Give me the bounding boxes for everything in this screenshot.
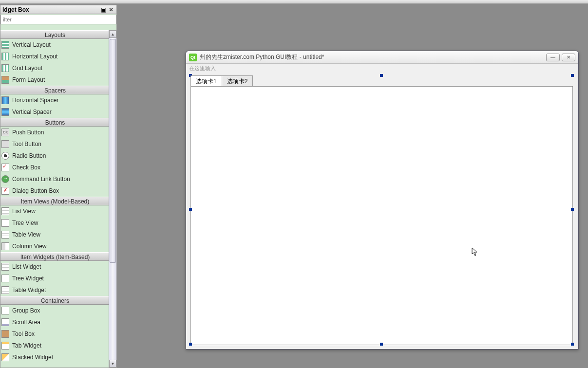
widget-check-box[interactable]: Check Box — [0, 162, 110, 173]
section-layouts[interactable]: Layouts — [0, 30, 110, 39]
tab-widget-icon — [1, 342, 9, 350]
design-canvas[interactable]: Qt 州的先生zmister.com Python GUI教程 - untitl… — [118, 5, 588, 368]
widget-tool-button[interactable]: Tool Button — [0, 138, 110, 150]
list-view-icon — [1, 207, 9, 215]
widget-label: Grid Layout — [12, 65, 42, 72]
widget-label: Push Button — [12, 129, 44, 136]
widget-tab-widget[interactable]: Tab Widget — [0, 340, 110, 351]
selection-handle[interactable] — [571, 208, 574, 211]
widget-horizontal-layout[interactable]: Horizontal Layout — [0, 51, 110, 62]
widget-horizontal-spacer[interactable]: Horizontal Spacer — [0, 94, 110, 106]
tab-content[interactable] — [190, 86, 573, 345]
widget-tree-widget[interactable]: Tree Widget — [0, 273, 110, 284]
widget-label: Horizontal Spacer — [12, 97, 58, 104]
section-spacers[interactable]: Spacers — [0, 86, 110, 94]
widget-dialog-button-box[interactable]: Dialog Button Box — [0, 185, 110, 197]
radio-button-icon — [1, 152, 9, 160]
table-widget-icon — [1, 286, 9, 294]
widget-label: Stacked Widget — [12, 354, 53, 361]
minimize-button[interactable]: — — [546, 54, 560, 61]
check-box-icon — [1, 164, 9, 171]
selection-handle[interactable] — [380, 343, 383, 346]
scroll-thumb[interactable] — [110, 39, 116, 263]
vertical-spacer-icon — [1, 108, 9, 116]
section-item-views[interactable]: Item Views (Model-Based) — [0, 197, 110, 205]
widget-label: Tree View — [12, 220, 38, 226]
top-toolbar — [0, 0, 588, 4]
widget-push-button[interactable]: OKPush Button — [0, 127, 110, 138]
widget-label: Horizontal Layout — [12, 53, 57, 60]
selection-handle[interactable] — [380, 74, 383, 77]
widget-box-panel: idget Box ▣ ✕ Layouts Vertical Layout Ho… — [0, 5, 117, 368]
close-icon[interactable]: ✕ — [108, 6, 114, 13]
widget-group-box[interactable]: Group Box — [0, 305, 110, 316]
widget-grid-layout[interactable]: Grid Layout — [0, 62, 110, 74]
widget-list-widget[interactable]: List Widget — [0, 261, 110, 273]
tool-box-icon — [1, 330, 9, 338]
widget-table-view[interactable]: Table View — [0, 229, 110, 240]
close-button[interactable]: ✕ — [562, 54, 575, 61]
widget-label: Tool Box — [12, 331, 35, 337]
widget-vertical-layout[interactable]: Vertical Layout — [0, 39, 110, 51]
undock-icon[interactable]: ▣ — [100, 6, 107, 13]
form-titlebar: Qt 州的先生zmister.com Python GUI教程 - untitl… — [186, 51, 578, 64]
widget-label: Dialog Button Box — [12, 187, 59, 194]
tab-2[interactable]: 选项卡2 — [222, 75, 253, 86]
form-body[interactable]: 在这里输入 选项卡1 选项卡2 — [186, 64, 578, 349]
list-widget-icon — [1, 263, 9, 271]
section-item-widgets[interactable]: Item Widgets (Item-Based) — [0, 252, 110, 261]
group-box-icon — [1, 307, 9, 314]
scroll-up-button[interactable]: ▲ — [109, 30, 116, 38]
form-layout-icon — [1, 76, 9, 84]
widget-label: Scroll Area — [12, 319, 40, 326]
widget-table-widget[interactable]: Table Widget — [0, 284, 110, 296]
widget-label: Form Layout — [12, 76, 45, 83]
stacked-widget-icon — [1, 353, 9, 361]
widget-label: Vertical Spacer — [12, 109, 52, 115]
widget-label: Command Link Button — [12, 176, 70, 183]
section-buttons[interactable]: Buttons — [0, 118, 110, 127]
widget-label: Check Box — [12, 164, 40, 171]
widget-stacked-widget[interactable]: Stacked Widget — [0, 351, 110, 363]
tab-widget-instance[interactable]: 选项卡1 选项卡2 — [190, 75, 573, 345]
widget-scrollbar[interactable]: ▲ ▼ — [109, 30, 116, 368]
widget-tool-box[interactable]: Tool Box — [0, 328, 110, 340]
widget-label: Vertical Layout — [12, 41, 51, 48]
push-button-icon: OK — [1, 129, 9, 136]
scroll-down-button[interactable]: ▼ — [109, 360, 116, 368]
horizontal-layout-icon — [1, 53, 9, 60]
widget-label: List Widget — [12, 263, 41, 270]
widget-list: Layouts Vertical Layout Horizontal Layou… — [0, 30, 110, 368]
vertical-layout-icon — [1, 41, 9, 49]
selection-handle[interactable] — [189, 208, 192, 211]
widget-radio-button[interactable]: Radio Button — [0, 150, 110, 162]
menu-placeholder[interactable]: 在这里输入 — [189, 65, 216, 72]
widget-form-layout[interactable]: Form Layout — [0, 74, 110, 86]
tab-1[interactable]: 选项卡1 — [190, 75, 222, 86]
widget-scroll-area[interactable]: Scroll Area — [0, 316, 110, 328]
selection-handle[interactable] — [571, 74, 574, 77]
grid-layout-icon — [1, 64, 9, 72]
widget-label: Tool Button — [12, 141, 41, 147]
widget-label: List View — [12, 208, 36, 215]
form-title: 州的先生zmister.com Python GUI教程 - untitled* — [200, 53, 544, 61]
filter-input[interactable] — [0, 15, 116, 24]
widget-column-view[interactable]: Column View — [0, 240, 110, 252]
selection-handle[interactable] — [571, 343, 574, 346]
panel-title: idget Box — [2, 6, 99, 13]
widget-vertical-spacer[interactable]: Vertical Spacer — [0, 106, 110, 118]
form-window[interactable]: Qt 州的先生zmister.com Python GUI教程 - untitl… — [186, 51, 579, 350]
widget-tree-view[interactable]: Tree View — [0, 217, 110, 229]
widget-command-link-button[interactable]: Command Link Button — [0, 173, 110, 185]
selection-handle[interactable] — [189, 343, 192, 346]
tree-view-icon — [1, 219, 9, 227]
tool-button-icon — [1, 140, 9, 148]
command-link-icon — [1, 175, 9, 183]
tab-bar: 选项卡1 选项卡2 — [190, 75, 573, 86]
widget-label: Tree Widget — [12, 275, 44, 282]
widget-list-view[interactable]: List View — [0, 205, 110, 217]
widget-label: Table Widget — [12, 287, 46, 294]
dialog-button-box-icon — [1, 187, 9, 195]
section-containers[interactable]: Containers — [0, 296, 110, 305]
widget-label: Radio Button — [12, 152, 46, 159]
